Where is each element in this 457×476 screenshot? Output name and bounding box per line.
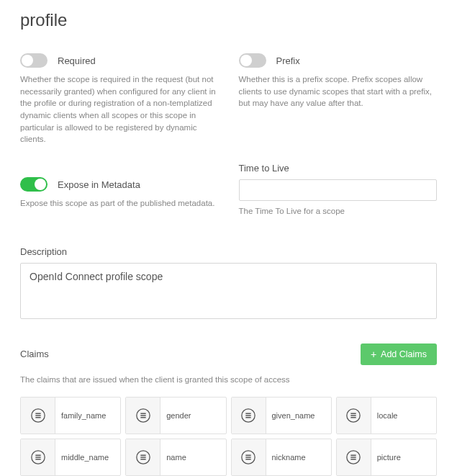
claims-label: Claims [20,349,49,359]
claim-card[interactable]: picture [336,439,437,476]
claim-card[interactable]: gender [125,397,226,434]
claim-card[interactable]: given_name [231,397,332,434]
list-icon [337,439,371,475]
required-help: Whether the scope is required in the req… [20,73,219,145]
add-claims-button[interactable]: + Add Claims [361,343,437,365]
expose-metadata-toggle[interactable] [20,177,47,192]
claim-label: name [160,439,225,475]
ttl-label: Time to Live [239,163,438,174]
list-icon [126,439,160,475]
list-icon [232,439,266,475]
claim-label: nickname [266,439,331,475]
claims-help: The claims that are issued when the clie… [20,374,437,386]
expose-metadata-label: Expose in Metadata [58,179,140,190]
prefix-toggle[interactable] [239,53,266,68]
claim-label: given_name [266,398,331,434]
ttl-help: The Time To Live for a scope [239,205,438,217]
list-icon [126,398,160,434]
prefix-label: Prefix [276,55,300,66]
claim-card[interactable]: middle_name [20,439,121,476]
claim-card[interactable]: nickname [231,439,332,476]
description-label: Description [20,246,437,257]
claim-label: picture [371,439,436,475]
claim-label: middle_name [55,439,120,475]
required-toggle[interactable] [20,53,47,68]
toggle-knob [22,55,33,66]
claim-card[interactable]: name [125,439,226,476]
toggle-knob [35,179,46,190]
add-claims-button-label: Add Claims [381,349,427,359]
ttl-input[interactable] [239,179,438,201]
claim-label: family_name [55,398,120,434]
expose-metadata-help: Expose this scope as part of the publish… [20,197,219,210]
plus-icon: + [371,349,376,359]
claims-grid: family_namegendergiven_namelocalemiddle_… [20,397,437,476]
page-title: profile [20,10,437,30]
list-icon [232,398,266,434]
prefix-help: Whether this is a prefix scope. Prefix s… [239,73,438,109]
claim-card[interactable]: locale [336,397,437,434]
description-textarea[interactable] [20,263,437,319]
toggle-knob [240,55,252,66]
claim-label: gender [160,398,225,434]
claim-card[interactable]: family_name [20,397,121,434]
claim-label: locale [371,398,436,434]
list-icon [21,439,55,475]
list-icon [21,398,55,434]
required-label: Required [58,55,96,66]
list-icon [337,398,371,434]
